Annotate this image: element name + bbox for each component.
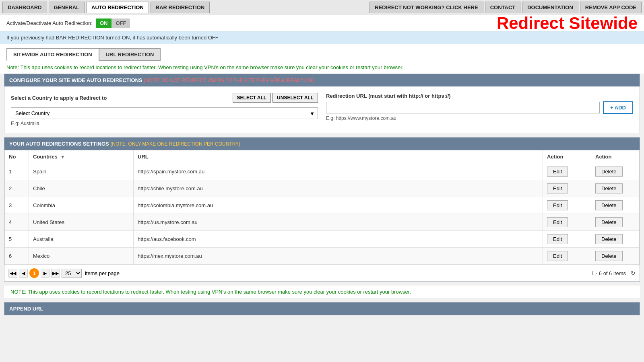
cell-edit: Edit: [543, 248, 591, 265]
eg-url: E.g: https://www.mystore.com.au: [326, 115, 633, 121]
nav-redirect-not-working[interactable]: REDIRECT NOT WORKING? CLICK HERE: [369, 2, 483, 13]
prev-page-button[interactable]: ◀: [19, 269, 28, 278]
nav-dashboard[interactable]: DASHBOARD: [2, 2, 47, 13]
settings-section: YOUR AUTO REDIRECTIONS SETTINGS (NOTE: O…: [4, 137, 640, 282]
configure-header-note: (NOTE: DO NOT REDIRECT USERS TO THE SITE…: [144, 78, 314, 83]
first-page-button[interactable]: ◀◀: [8, 269, 17, 278]
refresh-icon[interactable]: ↻: [631, 270, 636, 276]
cell-country: Chile: [29, 180, 134, 197]
append-section: APPEND URL: [4, 302, 640, 315]
header-area: Activate/Deactivate Auto Redirection: ON…: [0, 15, 644, 31]
cell-country: Mexico: [29, 248, 134, 265]
configure-left: Select a Country to apply a Redirect to …: [11, 93, 318, 126]
cell-country: Australia: [29, 231, 134, 248]
note-green-text: Note: This app uses cookies to record lo…: [6, 64, 403, 70]
cell-url: https://spain.mystore.com.au: [134, 163, 543, 180]
settings-header-title: YOUR AUTO REDIRECTIONS SETTINGS: [9, 141, 109, 147]
delete-button[interactable]: Delete: [595, 217, 623, 227]
current-page: 1: [29, 268, 39, 278]
country-field-label: Select a Country to apply a Redirect to: [11, 95, 107, 101]
filter-icon[interactable]: ▼: [60, 154, 65, 159]
col-action-1: Action: [543, 150, 591, 163]
tab-url[interactable]: URL REDIRECTION: [99, 48, 161, 61]
tab-sitewide[interactable]: SITEWIDE AUTO REDIRECTION: [6, 48, 99, 61]
edit-button[interactable]: Edit: [547, 251, 568, 261]
cell-url: https://aus.facebook.com: [134, 231, 543, 248]
cell-country: Spain: [29, 163, 134, 180]
delete-button[interactable]: Delete: [595, 234, 623, 244]
cell-no: 2: [5, 180, 29, 197]
nav-left: DASHBOARD GENERAL AUTO REDIRECTION BAR R…: [2, 2, 368, 13]
cell-no: 5: [5, 231, 29, 248]
edit-button[interactable]: Edit: [547, 234, 568, 244]
cell-edit: Edit: [543, 214, 591, 231]
nav-documentation[interactable]: DOCUMENTATION: [522, 2, 578, 13]
next-page-button[interactable]: ▶: [41, 269, 50, 278]
settings-table-wrapper: No Countries ▼ URL Action Action 1Spainh…: [4, 150, 640, 265]
edit-button[interactable]: Edit: [547, 167, 568, 177]
edit-button[interactable]: Edit: [547, 217, 568, 227]
edit-button[interactable]: Edit: [547, 183, 568, 193]
country-select[interactable]: Select Country: [11, 107, 318, 119]
info-bar: If you previously had BAR REDIRECTION tu…: [0, 31, 644, 44]
settings-table: No Countries ▼ URL Action Action 1Spainh…: [4, 150, 640, 265]
delete-button[interactable]: Delete: [595, 183, 623, 193]
eg-country: E.g: Australia: [11, 121, 318, 126]
cell-delete: Delete: [591, 180, 640, 197]
col-no: No: [5, 150, 29, 163]
per-page-select[interactable]: 25: [62, 269, 82, 278]
cell-country: Colombia: [29, 197, 134, 214]
cell-delete: Delete: [591, 248, 640, 265]
append-header: APPEND URL: [4, 302, 640, 315]
delete-button[interactable]: Delete: [595, 200, 623, 210]
configure-header: CONFIGURE YOUR SITE WIDE AUTO REDIRECTIO…: [4, 74, 640, 86]
settings-header: YOUR AUTO REDIRECTIONS SETTINGS (NOTE: O…: [4, 138, 640, 150]
cell-delete: Delete: [591, 231, 640, 248]
select-all-button[interactable]: SELECT ALL: [233, 93, 271, 103]
nav-general[interactable]: GENERAL: [49, 2, 85, 13]
table-row: 3Colombiahttps://colombia.mystore.com.au…: [5, 197, 640, 214]
note-green: Note: This app uses cookies to record lo…: [0, 61, 644, 74]
cell-delete: Delete: [591, 197, 640, 214]
delete-button[interactable]: Delete: [595, 251, 623, 261]
nav-auto-redirection[interactable]: AUTO REDIRECTION: [86, 2, 149, 13]
configure-body: Select a Country to apply a Redirect to …: [4, 86, 640, 133]
edit-button[interactable]: Edit: [547, 200, 568, 210]
unselect-all-button[interactable]: UNSELECT ALL: [272, 93, 318, 103]
cell-delete: Delete: [591, 163, 640, 180]
cell-edit: Edit: [543, 197, 591, 214]
toggle-on-button[interactable]: ON: [96, 19, 112, 28]
configure-row: Select a Country to apply a Redirect to …: [11, 93, 633, 126]
toggle-off-button[interactable]: OFF: [111, 19, 130, 28]
info-bar-message: If you previously had BAR REDIRECTION tu…: [6, 35, 219, 41]
nav-bar-redirection[interactable]: BAR REDIRECTION: [151, 2, 210, 13]
settings-header-note: (NOTE: ONLY MAKE ONE REDIRECTION PER COU…: [110, 141, 240, 147]
cell-url: https://chile.mystore.com.au: [134, 180, 543, 197]
top-nav: DASHBOARD GENERAL AUTO REDIRECTION BAR R…: [0, 0, 644, 15]
table-row: 5Australiahttps://aus.facebook.comEditDe…: [5, 231, 640, 248]
url-input[interactable]: [326, 102, 600, 113]
table-row: 4United Stateshttps://us.mystore.com.auE…: [5, 214, 640, 231]
add-button[interactable]: + ADD: [603, 101, 633, 114]
delete-button[interactable]: Delete: [595, 167, 623, 177]
cell-edit: Edit: [543, 180, 591, 197]
cell-delete: Delete: [591, 214, 640, 231]
cell-no: 3: [5, 197, 29, 214]
table-body: 1Spainhttps://spain.mystore.com.auEditDe…: [5, 163, 640, 265]
page-title: Redirect Sitewide: [497, 14, 638, 33]
activate-label: Activate/Deactivate Auto Redirection:: [6, 20, 93, 26]
sub-nav: SITEWIDE AUTO REDIRECTION URL REDIRECTIO…: [0, 44, 644, 61]
cell-no: 6: [5, 248, 29, 265]
nav-remove-app-code[interactable]: REMOVE APP CODE: [580, 2, 642, 13]
cell-url: https://colombia.mystore.com.au: [134, 197, 543, 214]
last-page-button[interactable]: ▶▶: [51, 269, 60, 278]
url-input-row: + ADD: [326, 101, 633, 114]
nav-contact[interactable]: CONTACT: [485, 2, 521, 13]
per-page-label: items per page: [85, 270, 120, 276]
pagination-bar: ◀◀ ◀ 1 ▶ ▶▶ 25 items per page 1 - 6 of 6…: [4, 265, 640, 281]
col-action-2: Action: [591, 150, 640, 163]
table-row: 6Mexicohttps://mex.mystore.com.auEditDel…: [5, 248, 640, 265]
table-row: 2Chilehttps://chile.mystore.com.auEditDe…: [5, 180, 640, 197]
select-buttons: SELECT ALL UNSELECT ALL: [233, 93, 318, 103]
url-field-label: Redirection URL (must start with http://…: [326, 93, 633, 99]
